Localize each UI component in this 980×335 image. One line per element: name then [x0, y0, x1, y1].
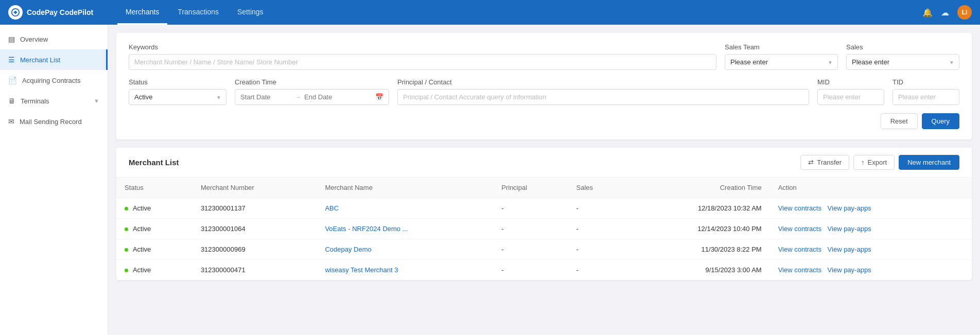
calendar-icon[interactable]: 📅 — [375, 93, 383, 101]
upload-icon[interactable]: ☁ — [941, 8, 949, 17]
col-creation-time: Creation Time — [627, 178, 770, 198]
merchant-link-3[interactable]: wiseasy Test Merchant 3 — [325, 266, 398, 274]
view-contracts-link-3[interactable]: View contracts — [778, 266, 821, 274]
principal-contact-label: Principal / Contact — [397, 78, 809, 86]
content: Keywords Sales Team Please enter Sales — [108, 25, 980, 335]
table-row: Active 312300001064 VoEats - NRF2024 Dem… — [116, 219, 972, 239]
table-row: Active 312300001137 ABC - - 12/18/2023 1… — [116, 198, 972, 219]
cell-principal-0: - — [493, 198, 568, 219]
view-pay-apps-link-0[interactable]: View pay-apps — [828, 204, 871, 212]
notification-icon[interactable]: 🔔 — [922, 8, 933, 17]
sidebar-item-merchant-list[interactable]: ☰ Merchant List — [0, 49, 108, 70]
nav-merchants[interactable]: Merchants — [117, 0, 167, 25]
view-contracts-link-2[interactable]: View contracts — [778, 245, 821, 253]
tid-input[interactable] — [892, 89, 959, 105]
sales-team-label: Sales Team — [725, 43, 838, 51]
creation-time-group: Creation Time → 📅 — [235, 78, 389, 105]
view-pay-apps-link-1[interactable]: View pay-apps — [828, 225, 871, 233]
sidebar-item-overview-label: Overview — [20, 36, 48, 43]
cell-actions-1: View contracts View pay-apps — [770, 219, 972, 239]
end-date-input[interactable] — [304, 93, 356, 101]
cell-name-3[interactable]: wiseasy Test Merchant 3 — [317, 260, 493, 280]
export-button[interactable]: ↑ Export — [853, 155, 895, 170]
cell-name-0[interactable]: ABC — [317, 198, 493, 219]
sidebar-item-terminals[interactable]: 🖥 Terminals ▼ — [0, 91, 108, 111]
tid-group: TID — [892, 78, 959, 105]
merchant-link-2[interactable]: Codepay Demo — [325, 245, 371, 253]
app-logo[interactable]: CodePay CodePilot — [8, 5, 101, 20]
start-date-input[interactable] — [240, 93, 292, 101]
reset-button[interactable]: Reset — [881, 113, 918, 129]
status-group: Status Active Inactive All — [129, 78, 226, 105]
keywords-group: Keywords — [129, 43, 716, 70]
col-merchant-name: Merchant Name — [317, 178, 493, 198]
query-button[interactable]: Query — [922, 113, 959, 129]
cell-principal-1: - — [493, 219, 568, 239]
col-action: Action — [770, 178, 972, 198]
sidebar-item-acquiring-contracts[interactable]: 📄 Acquiring Contracts — [0, 70, 108, 91]
transfer-label: Transfer — [817, 158, 842, 166]
mid-input[interactable] — [817, 89, 884, 105]
nav-transactions[interactable]: Transactions — [169, 0, 227, 25]
sidebar-item-mail-sending-record[interactable]: ✉ Mail Sending Record — [0, 111, 108, 132]
view-contracts-link-0[interactable]: View contracts — [778, 204, 821, 212]
nav-settings[interactable]: Settings — [229, 0, 272, 25]
principal-contact-input[interactable] — [397, 89, 809, 105]
cell-name-1[interactable]: VoEats - NRF2024 Demo ... — [317, 219, 493, 239]
status-select-wrapper: Active Inactive All — [129, 89, 226, 105]
transfer-button[interactable]: ⇄ Transfer — [800, 155, 849, 170]
cell-name-2[interactable]: Codepay Demo — [317, 239, 493, 260]
transfer-icon: ⇄ — [808, 158, 814, 166]
status-select[interactable]: Active Inactive All — [129, 89, 226, 105]
cell-number-2: 312300000969 — [192, 239, 317, 260]
cell-number-1: 312300001064 — [192, 219, 317, 239]
mid-label: MID — [817, 78, 884, 86]
status-text-3: Active — [133, 266, 151, 274]
cell-creation-time-2: 11/30/2023 8:22 PM — [627, 239, 770, 260]
cell-principal-3: - — [493, 260, 568, 280]
cell-status-3: Active — [116, 260, 192, 280]
cell-sales-0: - — [568, 198, 627, 219]
keywords-input[interactable] — [129, 54, 716, 70]
user-avatar[interactable]: Li — [957, 5, 972, 20]
merchant-link-1[interactable]: VoEats - NRF2024 Demo ... — [325, 225, 408, 233]
view-pay-apps-link-3[interactable]: View pay-apps — [828, 266, 871, 274]
sales-select[interactable]: Please enter — [846, 54, 959, 70]
cell-creation-time-3: 9/15/2023 3:00 AM — [627, 260, 770, 280]
cell-sales-3: - — [568, 260, 627, 280]
view-pay-apps-link-2[interactable]: View pay-apps — [828, 245, 871, 253]
cell-number-3: 312300000471 — [192, 260, 317, 280]
sidebar-item-overview[interactable]: ▤ Overview — [0, 29, 108, 49]
view-contracts-link-1[interactable]: View contracts — [778, 225, 821, 233]
status-text-0: Active — [133, 204, 151, 212]
status-active-dot — [125, 207, 128, 210]
sidebar-item-mail-label: Mail Sending Record — [20, 118, 82, 126]
cell-creation-time-1: 12/14/2023 10:40 PM — [627, 219, 770, 239]
mail-icon: ✉ — [8, 117, 14, 126]
terminals-icon: 🖥 — [8, 97, 15, 105]
cell-actions-0: View contracts View pay-apps — [770, 198, 972, 219]
col-sales: Sales — [568, 178, 627, 198]
principal-contact-group: Principal / Contact — [397, 78, 809, 105]
filter-row-1: Keywords Sales Team Please enter Sales — [129, 43, 959, 70]
list-header: Merchant List ⇄ Transfer ↑ Export New me… — [116, 148, 972, 178]
status-text-1: Active — [133, 225, 151, 233]
col-status: Status — [116, 178, 192, 198]
main-layout: ▤ Overview ☰ Merchant List 📄 Acquiring C… — [0, 25, 980, 335]
cell-status-1: Active — [116, 219, 192, 239]
merchant-table: Status Merchant Number Merchant Name Pri… — [116, 178, 972, 280]
status-active-dot — [125, 227, 128, 231]
merchant-link-0[interactable]: ABC — [325, 204, 339, 212]
merchant-list-icon: ☰ — [8, 56, 15, 64]
date-range[interactable]: → 📅 — [235, 89, 389, 105]
sidebar: ▤ Overview ☰ Merchant List 📄 Acquiring C… — [0, 25, 108, 335]
sales-team-select[interactable]: Please enter — [725, 54, 838, 70]
logo-icon — [8, 5, 23, 20]
cell-status-2: Active — [116, 239, 192, 260]
cell-sales-1: - — [568, 219, 627, 239]
list-actions: ⇄ Transfer ↑ Export New merchant — [800, 155, 959, 170]
creation-time-label: Creation Time — [235, 78, 389, 86]
new-merchant-button[interactable]: New merchant — [899, 155, 959, 170]
status-text-2: Active — [133, 245, 151, 253]
cell-actions-2: View contracts View pay-apps — [770, 239, 972, 260]
